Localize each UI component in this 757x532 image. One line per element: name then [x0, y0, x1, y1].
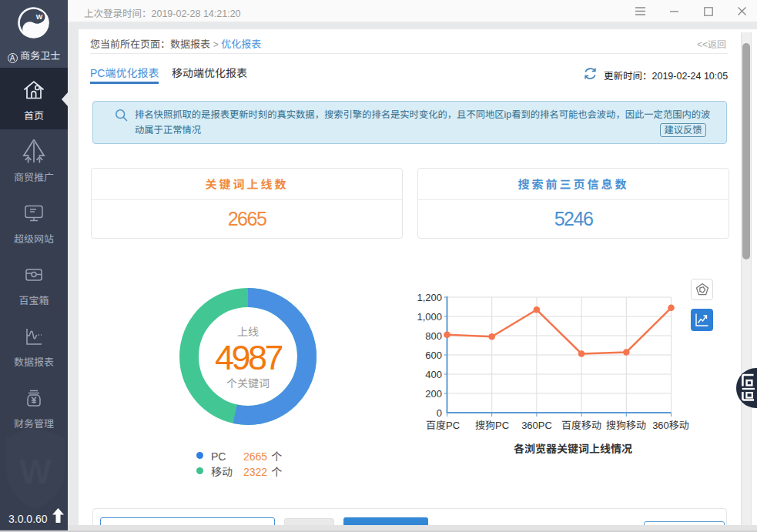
svg-text:W: W: [36, 13, 43, 21]
svg-text:W: W: [19, 453, 52, 490]
